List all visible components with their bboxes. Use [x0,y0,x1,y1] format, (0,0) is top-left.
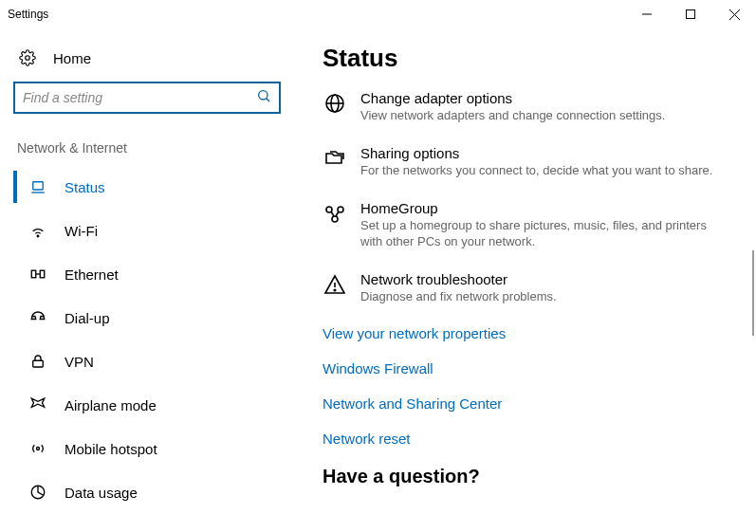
option-desc: Set up a homegroup to share pictures, mu… [360,218,721,250]
homegroup-icon [323,200,347,250]
svg-line-6 [267,99,269,101]
sidebar-item-label: Mobile hotspot [65,441,157,457]
sidebar: Home Network & Internet Status Wi-Fi [0,28,294,532]
option-desc: For the networks you connect to, decide … [360,163,712,179]
option-title: Change adapter options [360,90,665,106]
nav-list: Status Wi-Fi Ethernet Dial-up [13,165,294,514]
home-label: Home [53,50,91,66]
gear-icon [19,49,38,66]
sidebar-item-vpn[interactable]: VPN [13,339,294,383]
sidebar-item-dialup[interactable]: Dial-up [13,296,294,339]
sidebar-item-airplane[interactable]: Airplane mode [13,383,294,427]
sidebar-item-label: Ethernet [65,266,119,283]
section-header: Network & Internet [13,140,294,165]
dialup-icon [28,309,47,326]
sidebar-item-label: Status [65,179,105,195]
svg-point-14 [37,448,40,450]
svg-point-9 [37,235,39,237]
svg-line-22 [331,211,334,216]
warning-icon [323,271,347,305]
sidebar-item-data-usage[interactable]: Data usage [13,470,294,514]
wifi-icon [28,222,47,239]
svg-line-23 [336,211,339,216]
data-usage-icon [28,484,47,501]
svg-point-21 [332,216,338,222]
titlebar: Settings [0,0,756,28]
svg-point-4 [26,56,30,61]
option-sharing[interactable]: Sharing options For the networks you con… [323,145,747,179]
option-title: Network troubleshooter [360,271,557,287]
close-button[interactable] [712,0,756,28]
vpn-icon [28,353,47,370]
sidebar-item-ethernet[interactable]: Ethernet [13,252,294,296]
svg-point-5 [259,91,267,100]
option-change-adapter[interactable]: Change adapter options View network adap… [323,90,747,124]
sidebar-item-status[interactable]: Status [13,165,294,209]
svg-point-25 [334,289,336,291]
scrollbar[interactable] [752,250,754,336]
sidebar-item-label: Data usage [65,485,138,501]
window-title: Settings [8,8,48,21]
airplane-icon [28,396,47,413]
option-desc: View network adapters and change connect… [360,108,665,124]
sidebar-item-wifi[interactable]: Wi-Fi [13,209,294,252]
folders-icon [323,145,347,179]
have-a-question: Have a question? [323,466,747,487]
content-pane: Status Change adapter options View netwo… [294,28,756,532]
svg-rect-7 [33,182,44,190]
search-input[interactable] [23,90,256,105]
sidebar-item-label: VPN [65,354,94,370]
sidebar-item-label: Dial-up [65,310,110,326]
sidebar-item-label: Wi-Fi [65,223,98,239]
svg-rect-11 [40,270,45,278]
window-controls [625,0,756,28]
link-network-properties[interactable]: View your network properties [323,325,747,341]
maximize-button[interactable] [669,0,712,28]
option-homegroup[interactable]: HomeGroup Set up a homegroup to share pi… [323,200,747,250]
status-icon [28,178,47,195]
link-network-sharing-center[interactable]: Network and Sharing Center [323,395,747,412]
sidebar-item-label: Airplane mode [65,397,157,413]
option-title: Sharing options [360,145,712,161]
link-network-reset[interactable]: Network reset [323,431,747,447]
globe-icon [323,90,347,124]
page-title: Status [323,44,747,73]
link-windows-firewall[interactable]: Windows Firewall [323,360,747,376]
ethernet-icon [28,266,47,283]
option-troubleshooter[interactable]: Network troubleshooter Diagnose and fix … [323,271,747,305]
option-title: HomeGroup [360,200,721,216]
sidebar-item-hotspot[interactable]: Mobile hotspot [13,427,294,470]
svg-rect-10 [31,270,36,278]
svg-rect-1 [687,10,695,19]
minimize-button[interactable] [625,0,669,28]
search-icon [256,88,271,107]
svg-rect-13 [33,360,44,367]
option-desc: Diagnose and fix network problems. [360,289,557,305]
search-box[interactable] [13,82,281,114]
home-button[interactable]: Home [13,44,294,82]
hotspot-icon [28,440,47,457]
